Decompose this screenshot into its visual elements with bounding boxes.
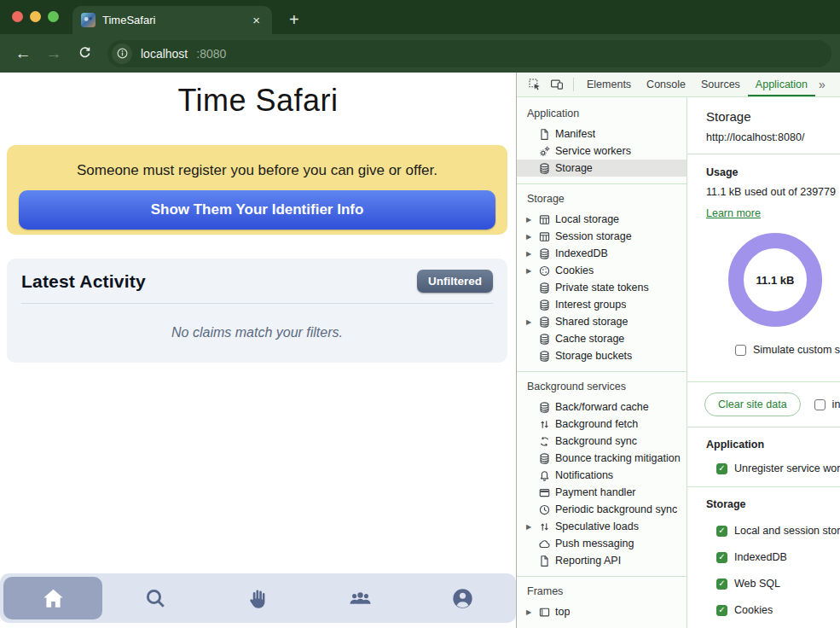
- inspect-icon: [528, 78, 542, 91]
- expand-arrow-icon[interactable]: ▶: [524, 608, 534, 616]
- devtools-tab-elements[interactable]: Elements: [579, 73, 639, 96]
- include-checkbox[interactable]: [814, 399, 826, 410]
- check-unregister-service-wor[interactable]: Unregister service wor: [716, 462, 840, 474]
- address-bar[interactable]: localhost:8080: [107, 40, 831, 67]
- tree-item-session-storage[interactable]: ▶ Session storage: [517, 228, 686, 245]
- tree-item-private-state-tokens[interactable]: ▶ Private state tokens: [517, 279, 686, 296]
- empty-claims-message: No claims match your filters.: [21, 325, 493, 340]
- donut-label: 11.1 kB: [728, 233, 822, 327]
- sidebar-section-title: Application: [517, 104, 686, 125]
- checkbox[interactable]: [716, 463, 727, 474]
- check-local-and-session-stor[interactable]: Local and session stor: [716, 525, 840, 537]
- tree-item-push-messaging[interactable]: ▶ Push messaging: [517, 535, 686, 552]
- tree-item-storage-buckets[interactable]: ▶ Storage buckets: [517, 347, 686, 364]
- tree-item-back-forward-cache[interactable]: ▶ Back/forward cache: [517, 398, 686, 416]
- device-toolbar-button[interactable]: [546, 73, 568, 96]
- browser-toolbar: ← → localhost:8080: [0, 34, 840, 73]
- storage-detail-panel: Storage http://localhost:8080/ Usage 11.…: [687, 97, 840, 628]
- clear-site-data-button[interactable]: Clear site data: [704, 392, 801, 416]
- nav-people[interactable]: [311, 577, 410, 619]
- devtools-tab-console[interactable]: Console: [639, 73, 693, 96]
- back-button[interactable]: ←: [9, 45, 38, 61]
- registration-alert: Someone must register you before you can…: [7, 145, 507, 235]
- tree-item-cache-storage[interactable]: ▶ Cache storage: [517, 330, 686, 347]
- application-section-heading: Application: [706, 439, 840, 451]
- tree-item-top[interactable]: ▶ top: [517, 603, 686, 620]
- tab-favicon-icon: [81, 13, 96, 27]
- check-cookies[interactable]: Cookies: [716, 604, 840, 616]
- simulate-custom-storage-row[interactable]: Simulate custom stora: [735, 344, 840, 356]
- new-tab-button[interactable]: +: [289, 11, 299, 28]
- panel-title: Storage: [706, 109, 840, 124]
- tree-item-manifest[interactable]: ▶ Manifest: [517, 125, 686, 142]
- forward-button[interactable]: →: [39, 45, 68, 61]
- checkbox[interactable]: [716, 605, 727, 616]
- expand-arrow-icon[interactable]: ▶: [524, 250, 534, 258]
- expand-arrow-icon[interactable]: ▶: [524, 233, 534, 241]
- expand-arrow-icon[interactable]: ▶: [524, 267, 534, 275]
- tree-item-shared-storage[interactable]: ▶ Shared storage: [517, 313, 686, 330]
- inspect-element-button[interactable]: [524, 73, 546, 96]
- usage-text: 11.1 kB used out of 239779: [706, 186, 840, 198]
- simulate-checkbox[interactable]: [735, 345, 746, 356]
- unfiltered-button[interactable]: Unfiltered: [417, 270, 493, 293]
- usage-donut-chart: 11.1 kB: [728, 233, 822, 327]
- devtools-tabs: Elements Console Sources Application: [579, 73, 815, 96]
- checkbox[interactable]: [716, 552, 727, 563]
- devtools-tab-application[interactable]: Application: [748, 73, 815, 96]
- tree-item-background-sync[interactable]: ▶ Background sync: [517, 433, 686, 450]
- alert-text: Someone must register you before you can…: [19, 162, 495, 179]
- tree-item-background-fetch[interactable]: ▶ Background fetch: [517, 416, 686, 433]
- expand-arrow-icon[interactable]: ▶: [524, 523, 534, 531]
- bottom-navigation: [0, 573, 516, 623]
- tree-item-bounce-tracking-mitigation[interactable]: ▶ Bounce tracking mitigation: [517, 450, 686, 467]
- show-identifier-info-button[interactable]: Show Them Your Identifier Info: [19, 190, 495, 230]
- screen: { "browser": { "tab_title": "TimeSafari"…: [0, 0, 840, 628]
- expand-arrow-icon[interactable]: ▶: [524, 318, 534, 326]
- include-label: in: [832, 398, 840, 410]
- tab-close-icon[interactable]: ×: [249, 12, 264, 28]
- nav-home[interactable]: [3, 577, 102, 619]
- devtools-sidebar: Application ▶ Manifest: [517, 97, 687, 628]
- tree-item-indexeddb[interactable]: ▶ IndexedDB: [517, 245, 686, 262]
- close-window-button[interactable]: [12, 11, 23, 22]
- tree-item-notifications[interactable]: ▶ Notifications: [517, 467, 686, 484]
- toolbar-divider: [573, 78, 574, 91]
- check-web-sql[interactable]: Web SQL: [716, 578, 840, 590]
- expand-arrow-icon[interactable]: ▶: [524, 216, 534, 224]
- usage-heading: Usage: [706, 166, 840, 178]
- nav-search[interactable]: [106, 577, 205, 619]
- browser-tab[interactable]: TimeSafari ×: [72, 6, 272, 34]
- tree-item-local-storage[interactable]: ▶ Local storage: [517, 211, 686, 228]
- latest-activity-title: Latest Activity: [21, 271, 146, 292]
- minimize-window-button[interactable]: [30, 11, 41, 22]
- checkbox[interactable]: [716, 579, 727, 590]
- tree-item-storage[interactable]: ▶ Storage: [517, 160, 686, 177]
- check-indexeddb[interactable]: IndexedDB: [716, 551, 840, 563]
- checkbox[interactable]: [716, 526, 727, 537]
- tree-item-service-workers[interactable]: ▶ Service workers: [517, 142, 686, 160]
- page-title: Time Safari: [0, 83, 516, 119]
- sidebar-section-title: Storage: [517, 189, 686, 211]
- reload-button[interactable]: [70, 46, 99, 61]
- include-third-party-row[interactable]: in: [814, 398, 840, 410]
- nav-hand[interactable]: [208, 577, 307, 619]
- tree-item-interest-groups[interactable]: ▶ Interest groups: [517, 296, 686, 313]
- tree-item-cookies[interactable]: ▶ Cookies: [517, 262, 686, 279]
- more-tabs-icon[interactable]: »: [815, 78, 829, 91]
- tree-item-reporting-api[interactable]: ▶ Reporting API: [517, 552, 686, 569]
- nav-person[interactable]: [414, 577, 513, 619]
- devices-icon: [550, 78, 564, 91]
- devtools-tabbar: Elements Console Sources Application »: [517, 73, 840, 97]
- url-host: localhost: [141, 47, 188, 61]
- devtools-tab-sources[interactable]: Sources: [693, 73, 748, 96]
- learn-more-link[interactable]: Learn more: [706, 207, 761, 219]
- activity-divider: [21, 303, 493, 304]
- tree-item-periodic-background-sync[interactable]: ▶ Periodic background sync: [517, 501, 686, 518]
- tree-item-speculative-loads[interactable]: ▶ Speculative loads: [517, 518, 686, 535]
- window-controls: [0, 11, 72, 34]
- reload-icon: [78, 46, 92, 61]
- tree-item-payment-handler[interactable]: ▶ Payment handler: [517, 484, 686, 501]
- site-info-icon[interactable]: [112, 44, 132, 64]
- zoom-window-button[interactable]: [48, 11, 59, 22]
